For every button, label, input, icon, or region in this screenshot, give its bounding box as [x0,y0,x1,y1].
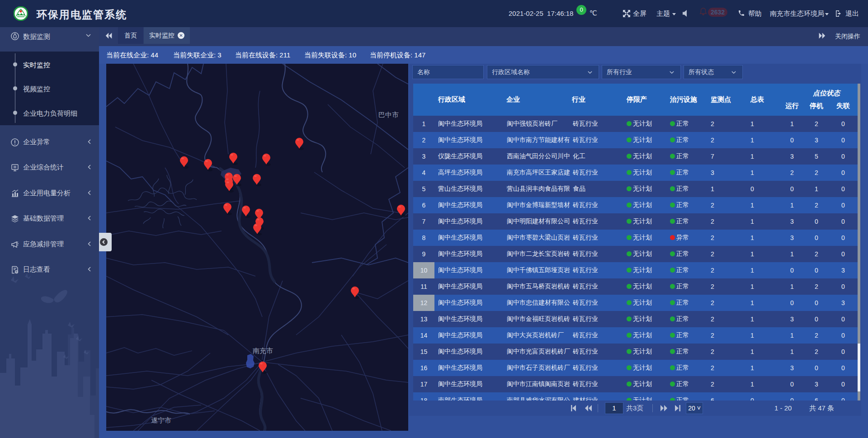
svg-text:南充市: 南充市 [253,347,273,354]
svg-text:遂宁市: 遂宁市 [151,416,171,424]
svg-text:巴中市: 巴中市 [378,111,399,118]
